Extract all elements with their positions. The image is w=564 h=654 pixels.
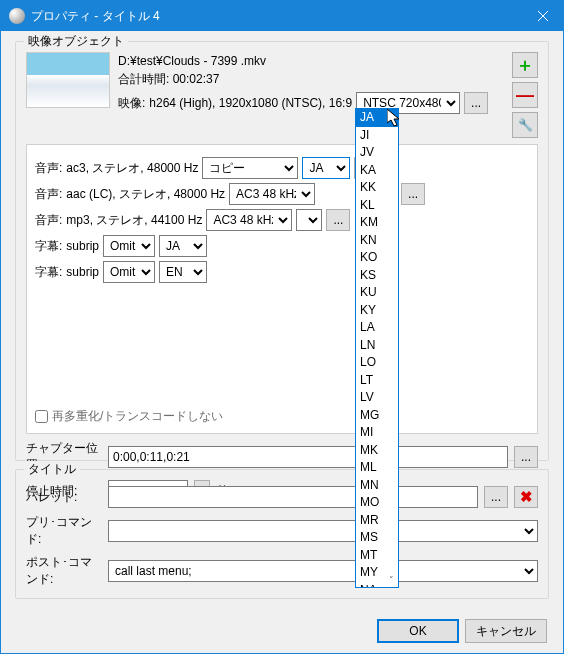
video-info: h264 (High), 1920x1080 (NTSC), 16:9 [149,94,352,112]
lang-option[interactable]: JV [356,144,398,162]
sub2-label: 字幕: [35,264,62,281]
streams-panel: 音声: ac3, ステレオ, 48000 Hz コピー JA ... 音声: a… [26,144,538,434]
video-object-group: 映像オブジェクト D:¥test¥Clouds - 7399 .mkv 合計時間… [15,41,549,461]
chapter-more-button[interactable]: ... [514,446,538,468]
window-title: プロパティ - タイトル 4 [31,8,523,25]
lang-option[interactable]: LA [356,319,398,337]
audio3-extra-select[interactable] [296,209,322,231]
title-legend: タイトル [24,461,80,478]
sub1-info: subrip [66,239,99,253]
thumbnail [26,52,110,108]
wrench-icon: 🔧 [518,118,533,132]
palette-more-button[interactable]: ... [484,486,508,508]
postcmd-select[interactable]: call last menu; [108,560,538,582]
lang-option[interactable]: MN [356,477,398,495]
lang-option[interactable]: KN [356,232,398,250]
lang-option[interactable]: KU [356,284,398,302]
audio3-mode-select[interactable]: AC3 48 kHz [206,209,292,231]
lang-option[interactable]: LO [356,354,398,372]
sub2-lang-select[interactable]: EN [159,261,207,283]
file-path: D:¥test¥Clouds - 7399 .mkv [118,52,504,70]
sub1-mode-select[interactable]: Omit [103,235,155,257]
lang-option[interactable]: KK [356,179,398,197]
remove-button[interactable]: — [512,82,538,108]
remux-checkbox[interactable] [35,410,48,423]
lang-option[interactable]: MG [356,407,398,425]
x-icon: ✖ [520,488,533,506]
lang-option[interactable]: LT [356,372,398,390]
audio1-lang-select[interactable]: JA [302,157,350,179]
lang-option[interactable]: ML [356,459,398,477]
remux-label: 再多重化/トランスコードしない [52,408,223,425]
lang-option[interactable]: KY [356,302,398,320]
lang-option[interactable]: MO [356,494,398,512]
audio3-info: mp3, ステレオ, 44100 Hz [66,212,202,229]
remux-checkbox-row[interactable]: 再多重化/トランスコードしない [35,408,223,425]
scroll-down-icon[interactable]: ˅ [386,575,396,585]
dialog-window: プロパティ - タイトル 4 映像オブジェクト D:¥test¥Clouds -… [0,0,564,654]
language-dropdown[interactable]: JAJIJVKAKKKLKMKNKOKSKUKYLALNLOLTLVMGMIMK… [355,108,399,588]
lang-option[interactable]: KL [356,197,398,215]
duration-value: 00:02:37 [173,72,220,86]
lang-option[interactable]: MS [356,529,398,547]
file-info: D:¥test¥Clouds - 7399 .mkv 合計時間: 00:02:3… [118,52,504,138]
title-group: タイトル パレット: ... ✖ プリ･コマンド: ポスト･コマンド: call… [15,469,549,599]
ok-button[interactable]: OK [377,619,459,643]
precmd-select[interactable] [108,520,538,542]
add-button[interactable]: ＋ [512,52,538,78]
lang-option[interactable]: LV [356,389,398,407]
lang-option[interactable]: MI [356,424,398,442]
palette-clear-button[interactable]: ✖ [514,486,538,508]
lang-option[interactable]: KA [356,162,398,180]
lang-option[interactable]: KS [356,267,398,285]
duration-label: 合計時間: [118,72,169,86]
side-tools: ＋ — 🔧 [512,52,538,138]
video-label: 映像: [118,94,145,112]
audio2-more-button[interactable]: ... [401,183,425,205]
close-icon [538,11,548,21]
minus-icon: — [516,85,534,106]
audio3-more-button[interactable]: ... [326,209,350,231]
audio2-label: 音声: [35,186,62,203]
audio3-label: 音声: [35,212,62,229]
cancel-button[interactable]: キャンセル [465,619,547,643]
video-more-button[interactable]: ... [464,92,488,114]
chapter-input[interactable] [108,446,508,468]
precmd-label: プリ･コマンド: [26,514,102,548]
palette-input[interactable] [108,486,478,508]
plus-icon: ＋ [516,53,534,77]
lang-option[interactable]: MK [356,442,398,460]
lang-option[interactable]: KM [356,214,398,232]
lang-option[interactable]: JI [356,127,398,145]
audio1-info: ac3, ステレオ, 48000 Hz [66,160,198,177]
close-button[interactable] [523,1,563,31]
sub2-info: subrip [66,265,99,279]
lang-option[interactable]: MR [356,512,398,530]
palette-label: パレット: [26,489,102,506]
lang-option[interactable]: LN [356,337,398,355]
lang-option[interactable]: MT [356,547,398,565]
audio1-mode-select[interactable]: コピー [202,157,298,179]
settings-button[interactable]: 🔧 [512,112,538,138]
audio1-label: 音声: [35,160,62,177]
postcmd-label: ポスト･コマンド: [26,554,102,588]
sub1-label: 字幕: [35,238,62,255]
video-object-legend: 映像オブジェクト [24,33,128,50]
scroll-up-icon[interactable]: ˄ [386,111,396,121]
app-icon [9,8,25,24]
sub1-lang-select[interactable]: JA [159,235,207,257]
titlebar: プロパティ - タイトル 4 [1,1,563,31]
sub2-mode-select[interactable]: Omit [103,261,155,283]
audio2-info: aac (LC), ステレオ, 48000 Hz [66,186,225,203]
lang-option[interactable]: KO [356,249,398,267]
audio2-mode-select[interactable]: AC3 48 kHz [229,183,315,205]
